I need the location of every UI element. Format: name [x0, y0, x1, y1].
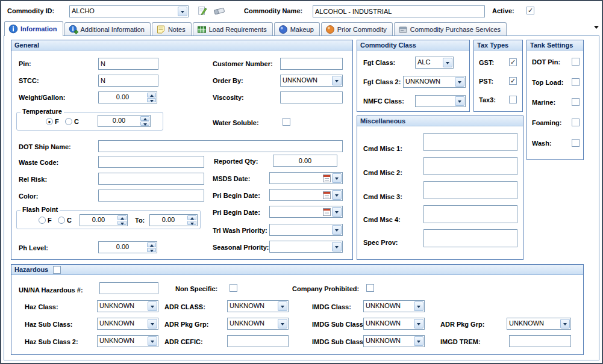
imdg-sub-class2-combo[interactable]: UNKNOWN — [363, 335, 425, 347]
seasonal-priority-combo[interactable] — [269, 241, 343, 253]
chevron-down-icon[interactable] — [278, 319, 287, 329]
tab-overflow-button[interactable] — [594, 26, 599, 31]
spin-down-icon[interactable] — [147, 98, 156, 103]
dot-pin-checkbox[interactable] — [572, 58, 580, 66]
spin-up-icon[interactable] — [140, 116, 149, 121]
tab-information[interactable]: Information — [4, 21, 63, 36]
marine-checkbox[interactable] — [572, 98, 580, 106]
flash-f-radio[interactable] — [39, 217, 46, 224]
hazardous-checkbox[interactable] — [53, 266, 61, 274]
tab-notes[interactable]: Notes — [152, 22, 192, 35]
temperature-spinner[interactable]: 0.00 — [98, 115, 151, 127]
tab-additional-information[interactable]: Additional Information — [64, 22, 151, 35]
spin-up-icon[interactable] — [187, 215, 196, 220]
chevron-down-icon[interactable] — [332, 207, 342, 217]
chevron-down-icon[interactable] — [332, 242, 342, 251]
tab-makeup[interactable]: Makeup — [274, 22, 320, 35]
rel-risk-input[interactable] — [98, 173, 204, 185]
cmd-misc2-input[interactable] — [423, 157, 517, 175]
wash-checkbox[interactable] — [572, 139, 580, 147]
ph-level-spinner[interactable]: 0.00 — [98, 241, 157, 253]
pin-input[interactable] — [98, 58, 158, 70]
temperature-c-radio[interactable] — [65, 118, 72, 125]
spin-down-icon[interactable] — [140, 122, 149, 126]
viscosity-input[interactable] — [280, 91, 343, 103]
calendar-icon[interactable] — [323, 174, 331, 182]
water-soluble-checkbox[interactable] — [283, 118, 290, 126]
cmd-msc4-input[interactable] — [423, 205, 517, 223]
dot-ship-name-input[interactable] — [98, 140, 343, 152]
weight-gallon-spinner[interactable]: 0.00 — [98, 91, 157, 103]
spin-down-icon[interactable] — [147, 248, 156, 253]
msds-date-picker[interactable] — [269, 172, 343, 184]
chevron-down-icon[interactable] — [332, 190, 342, 200]
customer-number-input[interactable] — [280, 58, 343, 70]
flash-high-spinner[interactable]: 0.00 — [149, 214, 198, 226]
chevron-down-icon[interactable] — [414, 336, 423, 346]
chevron-down-icon[interactable] — [178, 7, 187, 16]
chevron-down-icon[interactable] — [414, 319, 423, 329]
adr-pkg-grp2-combo[interactable]: UNKNOWN — [507, 318, 571, 330]
chevron-down-icon[interactable] — [332, 225, 342, 235]
order-by-combo[interactable]: UNKNOWN — [280, 75, 343, 87]
commodity-id-combo[interactable]: ALCHO — [69, 5, 189, 17]
chevron-down-icon[interactable] — [455, 77, 464, 87]
non-specific-checkbox[interactable] — [230, 284, 237, 292]
chevron-down-icon[interactable] — [560, 319, 570, 329]
clear-button[interactable] — [212, 4, 227, 18]
foaming-checkbox[interactable] — [572, 119, 580, 126]
haz-sub-class-combo[interactable]: UNKNOWN — [97, 318, 158, 330]
reported-qty-input[interactable] — [273, 155, 337, 167]
spin-down-icon[interactable] — [187, 221, 196, 226]
imdg-sub-class-combo[interactable]: UNKNOWN — [363, 318, 425, 330]
edit-commodity-button[interactable] — [195, 4, 210, 18]
adr-class-combo[interactable]: UNKNOWN — [227, 300, 289, 312]
tax3-checkbox[interactable] — [509, 96, 517, 103]
chevron-down-icon[interactable] — [414, 301, 423, 311]
color-input[interactable] — [98, 190, 204, 202]
chevron-down-icon[interactable] — [148, 301, 157, 311]
active-checkbox[interactable]: ✓ — [526, 7, 534, 14]
pst-checkbox[interactable]: ✓ — [509, 77, 517, 85]
flash-low-spinner[interactable]: 0.00 — [80, 214, 128, 226]
top-load-checkbox[interactable] — [572, 78, 580, 86]
chevron-down-icon[interactable] — [455, 96, 464, 106]
waste-code-input[interactable] — [98, 156, 204, 168]
cmd-misc3-input[interactable] — [423, 181, 517, 199]
company-prohibited-checkbox[interactable] — [366, 284, 374, 292]
chevron-down-icon[interactable] — [278, 301, 287, 311]
tab-commodity-purchase-services[interactable]: Commodity Purchase Services — [394, 22, 507, 35]
flash-c-radio[interactable] — [58, 217, 65, 224]
fgt-class2-combo[interactable]: UNKNOWN — [403, 76, 466, 88]
chevron-down-icon[interactable] — [148, 336, 157, 346]
trl-wash-priority-combo[interactable] — [269, 224, 343, 236]
spin-down-icon[interactable] — [117, 221, 127, 226]
spin-up-icon[interactable] — [117, 215, 127, 220]
temperature-f-radio[interactable]: ● — [46, 118, 53, 125]
fgt-class-combo[interactable]: ALC — [415, 57, 454, 69]
stcc-input[interactable] — [98, 75, 158, 87]
chevron-down-icon[interactable] — [332, 173, 342, 183]
spin-up-icon[interactable] — [147, 242, 156, 247]
haz-class-combo[interactable]: UNKNOWN — [97, 300, 158, 312]
gst-checkbox[interactable]: ✓ — [509, 58, 517, 66]
tab-load-requirements[interactable]: Load Requirements — [193, 22, 273, 35]
imgd-trem-input[interactable] — [509, 335, 571, 347]
adr-pkg-grp-combo[interactable]: UNKNOWN — [227, 318, 289, 330]
calendar-icon[interactable] — [323, 208, 331, 216]
pri-begin-date1-picker[interactable] — [269, 189, 343, 201]
haz-sub-class2-combo[interactable]: UNKNOWN — [97, 335, 158, 347]
calendar-icon[interactable] — [323, 191, 331, 199]
chevron-down-icon[interactable] — [443, 58, 452, 67]
imdg-class-combo[interactable]: UNKNOWN — [363, 300, 425, 312]
nmfc-class-combo[interactable] — [415, 95, 466, 107]
cmd-misc1-input[interactable] — [423, 133, 517, 151]
commodity-name-input[interactable] — [313, 5, 485, 17]
chevron-down-icon[interactable] — [148, 319, 157, 329]
chevron-down-icon[interactable] — [332, 76, 342, 85]
pri-begin-date2-picker[interactable] — [269, 206, 343, 218]
tab-prior-commodity[interactable]: Prior Commodity — [321, 22, 393, 35]
un-na-hazardous-input[interactable] — [99, 282, 158, 294]
spec-prov-input[interactable] — [423, 229, 517, 247]
adr-cefic-input[interactable] — [227, 335, 289, 347]
